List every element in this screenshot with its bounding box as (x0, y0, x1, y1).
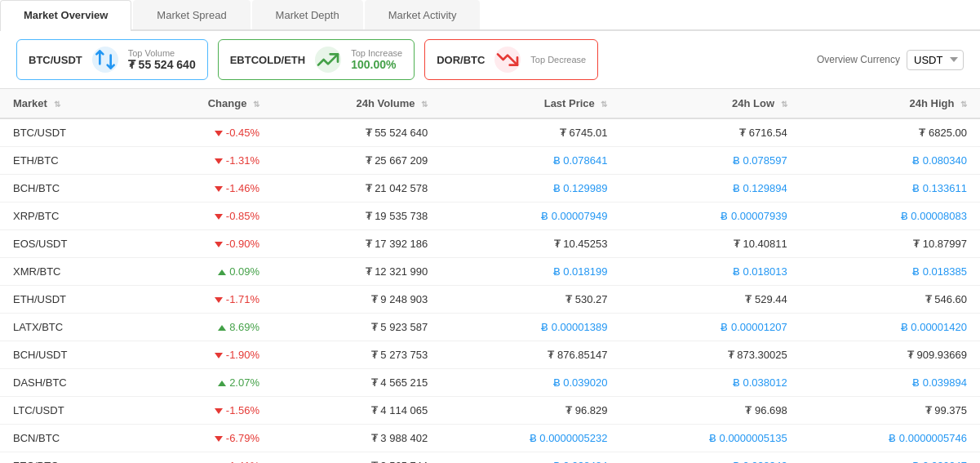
cell-market: LTC/USDT (0, 397, 139, 425)
table-row[interactable]: EOS/USDT-0.90%₮ 17 392 186₮ 10.45253₮ 10… (0, 230, 980, 258)
cell-volume: ₮ 4 114 065 (273, 397, 441, 425)
table-row[interactable]: XRP/BTC-0.85%₮ 19 535 738Ƀ 0.00007949Ƀ 0… (0, 203, 980, 230)
table-row[interactable]: LTC/USDT-1.56%₮ 4 114 065₮ 96.829₮ 96.69… (0, 397, 980, 425)
arrow-down-icon (215, 353, 223, 358)
cell-market: XRP/BTC (0, 203, 139, 230)
cell-change: -0.45% (139, 118, 273, 147)
change-value: 0.09% (229, 265, 259, 278)
cell-volume: ₮ 17 392 186 (273, 230, 441, 258)
col-24h-volume[interactable]: 24h Volume ⇅ (273, 89, 441, 118)
cell-24h-low: Ƀ 0.018013 (620, 258, 800, 286)
cell-volume: ₮ 5 923 587 (273, 314, 441, 341)
cell-volume: ₮ 9 248 903 (273, 286, 441, 314)
cell-market: ZEC/BTC (0, 452, 139, 464)
cell-market: EOS/USDT (0, 230, 139, 258)
table-row[interactable]: ETH/BTC-1.31%₮ 25 667 209Ƀ 0.078641Ƀ 0.0… (0, 147, 980, 175)
top-increase-pair: EBTCOLD/ETH (230, 54, 305, 66)
arrow-down-icon (215, 436, 223, 442)
cell-24h-high: Ƀ 0.00001420 (800, 314, 980, 341)
change-value: -1.31% (226, 154, 259, 167)
table-row[interactable]: BCH/USDT-1.90%₮ 5 273 753₮ 876.85147₮ 87… (0, 341, 980, 369)
change-value: -0.90% (226, 238, 259, 250)
cell-24h-low: Ƀ 0.00001207 (620, 314, 800, 341)
cell-market: XMR/BTC (0, 258, 139, 286)
top-volume-pair: BTC/USDT (29, 54, 82, 66)
cell-change: -6.79% (139, 425, 273, 452)
cell-last-price: Ƀ 0.129989 (441, 175, 620, 203)
cell-last-price: Ƀ 0.028484 (441, 452, 620, 464)
sort-icon: ⇅ (421, 100, 428, 109)
cell-24h-low: Ƀ 0.078597 (620, 147, 800, 175)
change-value: -1.41% (226, 460, 259, 463)
cell-market: BCH/BTC (0, 175, 139, 203)
tab-market-activity[interactable]: Market Activity (365, 0, 481, 29)
cell-last-price: ₮ 530.27 (441, 286, 620, 314)
market-table-wrap: Market ⇅Change ⇅24h Volume ⇅Last Price ⇅… (0, 89, 980, 463)
arrow-down-icon (215, 186, 223, 192)
cell-24h-high: Ƀ 0.080340 (800, 147, 980, 175)
cell-last-price: Ƀ 0.0000005232 (441, 425, 620, 452)
cell-volume: ₮ 3 565 744 (273, 452, 441, 464)
tab-market-spread[interactable]: Market Spread (133, 0, 250, 29)
arrow-down-icon (215, 214, 223, 220)
cell-change: -0.90% (139, 230, 273, 258)
cell-change: 8.69% (139, 314, 273, 341)
currency-label: Overview Currency (817, 54, 900, 65)
col-market[interactable]: Market ⇅ (0, 89, 139, 118)
col-change[interactable]: Change ⇅ (139, 89, 273, 118)
cell-change: -1.31% (139, 147, 273, 175)
cell-24h-low: Ƀ 0.038012 (620, 369, 800, 397)
table-row[interactable]: BTC/USDT-0.45%₮ 55 524 640₮ 6745.01₮ 671… (0, 118, 980, 147)
top-decrease-pair: DOR/BTC (437, 54, 485, 66)
arrow-down-icon (215, 297, 223, 303)
cell-24h-high: Ƀ 0.039894 (800, 369, 980, 397)
cell-market: DASH/BTC (0, 369, 139, 397)
top-volume-value: ₮ 55 524 640 (128, 58, 196, 71)
market-table: Market ⇅Change ⇅24h Volume ⇅Last Price ⇅… (0, 89, 980, 463)
tab-market-depth[interactable]: Market Depth (252, 0, 363, 29)
cell-market: BCN/BTC (0, 425, 139, 452)
table-row[interactable]: DASH/BTC2.07%₮ 4 565 215Ƀ 0.039020Ƀ 0.03… (0, 369, 980, 397)
col-24h-high[interactable]: 24h High ⇅ (800, 89, 980, 118)
trend-down-icon (494, 47, 521, 73)
top-decrease-card[interactable]: DOR/BTC Top Decrease (424, 39, 598, 80)
sort-icon: ⇅ (54, 100, 60, 109)
cell-24h-low: Ƀ 0.00007939 (620, 203, 800, 230)
cell-change: -1.71% (139, 286, 273, 314)
change-value: -1.71% (226, 293, 259, 305)
change-value: -1.46% (226, 182, 259, 194)
cell-24h-low: ₮ 873.30025 (620, 341, 800, 369)
table-row[interactable]: ETH/USDT-1.71%₮ 9 248 903₮ 530.27₮ 529.4… (0, 286, 980, 314)
cell-last-price: ₮ 6745.01 (441, 118, 620, 147)
top-volume-card[interactable]: BTC/USDT Top Volume ₮ 55 524 640 (16, 39, 208, 80)
col-last-price[interactable]: Last Price ⇅ (441, 89, 620, 118)
tab-bar: Market OverviewMarket SpreadMarket Depth… (0, 0, 980, 31)
currency-select[interactable]: USDT BTC ETH (907, 50, 964, 70)
top-increase-card[interactable]: EBTCOLD/ETH Top Increase 100.00% (218, 39, 415, 80)
cell-volume: ₮ 5 273 753 (273, 341, 441, 369)
cell-change: -1.41% (139, 452, 273, 464)
arrow-down-icon (215, 131, 223, 136)
cell-market: ETH/BTC (0, 147, 139, 175)
sort-icon: ⇅ (781, 100, 787, 109)
table-row[interactable]: ZEC/BTC-1.41%₮ 3 565 744Ƀ 0.028484Ƀ 0.02… (0, 452, 980, 464)
cell-volume: ₮ 19 535 738 (273, 203, 441, 230)
arrow-up-icon (218, 269, 226, 275)
cell-24h-high: ₮ 546.60 (800, 286, 980, 314)
table-row[interactable]: BCN/BTC-6.79%₮ 3 988 402Ƀ 0.0000005232Ƀ … (0, 425, 980, 452)
cell-last-price: Ƀ 0.078641 (441, 147, 620, 175)
sort-icon: ⇅ (960, 100, 967, 109)
table-row[interactable]: BCH/BTC-1.46%₮ 21 042 578Ƀ 0.129989Ƀ 0.1… (0, 175, 980, 203)
col-24h-low[interactable]: 24h Low ⇅ (620, 89, 800, 118)
tab-market-overview[interactable]: Market Overview (0, 0, 131, 31)
table-row[interactable]: XMR/BTC0.09%₮ 12 321 990Ƀ 0.018199Ƀ 0.01… (0, 258, 980, 286)
cell-market: BCH/USDT (0, 341, 139, 369)
summary-bar: BTC/USDT Top Volume ₮ 55 524 640 EBTCOLD… (0, 31, 980, 89)
cell-24h-high: Ƀ 0.133611 (800, 175, 980, 203)
table-row[interactable]: LATX/BTC8.69%₮ 5 923 587Ƀ 0.00001389Ƀ 0.… (0, 314, 980, 341)
cell-last-price: ₮ 96.829 (441, 397, 620, 425)
top-increase-value: 100.00% (351, 58, 402, 71)
change-value: -0.85% (226, 210, 259, 222)
arrows-icon (92, 47, 118, 73)
cell-24h-low: ₮ 10.40811 (620, 230, 800, 258)
